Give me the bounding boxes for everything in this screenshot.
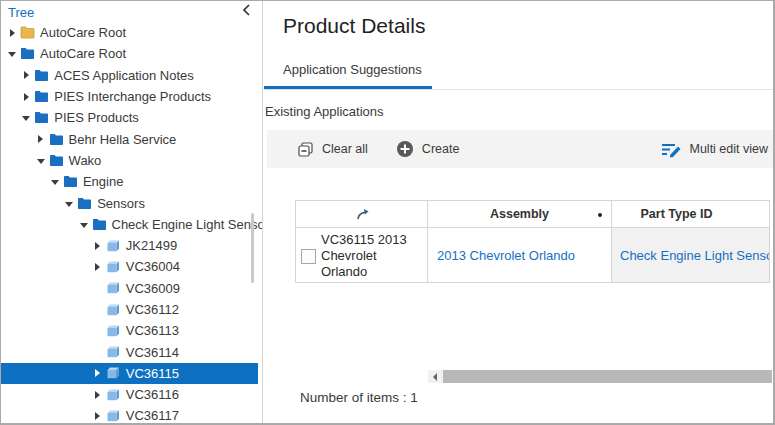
product-details-panel: Product Details Application Suggestions … bbox=[263, 0, 775, 425]
expander-icon[interactable] bbox=[20, 71, 32, 79]
tree-item[interactable]: Engine bbox=[0, 171, 258, 192]
expander-icon[interactable] bbox=[92, 412, 104, 420]
folder-icon bbox=[20, 47, 35, 60]
tree-item[interactable]: AutoCare Root bbox=[0, 22, 258, 43]
tree-item[interactable]: VC36009 bbox=[0, 278, 258, 299]
expander-icon[interactable] bbox=[6, 29, 18, 37]
tree-item-label: VC36009 bbox=[126, 281, 180, 296]
redo-arrow-icon bbox=[354, 207, 370, 222]
tree-item[interactable]: VC36004 bbox=[0, 256, 258, 277]
scroll-left-button[interactable] bbox=[428, 370, 442, 383]
create-label: Create bbox=[422, 142, 460, 156]
left-arrow-icon bbox=[433, 373, 437, 381]
section-title-existing-applications: Existing Applications bbox=[265, 104, 384, 119]
tree-item[interactable]: PIES Products bbox=[0, 107, 258, 128]
tree-item[interactable]: ACES Application Notes bbox=[0, 65, 258, 86]
tree-item[interactable]: Check Engine Light Sensor bbox=[0, 214, 258, 235]
folder-icon bbox=[92, 218, 107, 231]
chevron-left-icon bbox=[240, 3, 254, 17]
tree-item[interactable]: JK21499 bbox=[0, 235, 258, 256]
expander-icon[interactable] bbox=[92, 391, 104, 399]
multi-edit-view-button[interactable]: Multi edit view bbox=[661, 141, 769, 158]
expander-icon[interactable] bbox=[92, 263, 104, 271]
tree-item[interactable]: VC36113 bbox=[0, 320, 258, 341]
add-circle-icon bbox=[396, 140, 414, 158]
product-cube-icon bbox=[106, 409, 120, 423]
tree-item-label: Engine bbox=[83, 174, 123, 189]
folder-icon bbox=[77, 197, 92, 210]
column-marker-dot-icon bbox=[598, 213, 602, 217]
tree-item[interactable]: Wako bbox=[0, 150, 258, 171]
column-header-assembly[interactable]: Assembly bbox=[427, 200, 612, 228]
expander-icon[interactable] bbox=[20, 114, 32, 121]
folder-icon bbox=[20, 26, 35, 39]
tree-vertical-scrollbar[interactable] bbox=[251, 213, 254, 283]
tree-item-label: Behr Hella Service bbox=[69, 132, 177, 147]
create-button[interactable]: Create bbox=[396, 140, 460, 158]
scrollbar-thumb[interactable] bbox=[443, 370, 772, 383]
product-cube-icon bbox=[106, 281, 120, 295]
expander-icon[interactable] bbox=[49, 178, 61, 185]
expander-icon[interactable] bbox=[35, 157, 47, 164]
items-count-label: Number of items : 1 bbox=[300, 390, 418, 405]
clear-all-button[interactable]: Clear all bbox=[297, 141, 368, 158]
clear-all-label: Clear all bbox=[322, 142, 368, 156]
tree-item-label: Check Engine Light Sensor bbox=[112, 217, 264, 232]
expander-icon[interactable] bbox=[35, 135, 47, 143]
tree-item[interactable]: VC36117 bbox=[0, 405, 258, 425]
tree-item[interactable]: VC36116 bbox=[0, 384, 258, 405]
tree-item-label: VC36117 bbox=[126, 408, 179, 423]
expander-icon[interactable] bbox=[63, 200, 75, 207]
product-cube-icon bbox=[106, 260, 120, 274]
tree-item[interactable]: PIES Interchange Products bbox=[0, 86, 258, 107]
product-cube-icon bbox=[106, 366, 120, 380]
clear-all-icon bbox=[297, 141, 314, 158]
row-product-name: VC36115 2013 Chevrolet Orlando bbox=[321, 232, 425, 280]
folder-icon bbox=[63, 175, 78, 188]
multi-edit-label: Multi edit view bbox=[690, 142, 769, 156]
tree-item-label: Sensors bbox=[97, 196, 145, 211]
tab-application-suggestions[interactable]: Application Suggestions bbox=[283, 62, 422, 77]
tree-item[interactable]: VC36114 bbox=[0, 341, 258, 362]
column-header-actions[interactable] bbox=[295, 200, 428, 228]
folder-icon bbox=[34, 90, 49, 103]
product-cube-icon bbox=[106, 303, 120, 317]
tree-item[interactable]: Behr Hella Service bbox=[0, 128, 258, 149]
column-header-part-type-id[interactable]: Part Type ID bbox=[611, 200, 770, 228]
collapse-panel-button[interactable] bbox=[240, 3, 254, 17]
tree-item-label: VC36114 bbox=[126, 345, 179, 360]
table-row-name-cell: VC36115 2013 Chevrolet Orlando bbox=[295, 227, 428, 283]
tree-item-label: VC36116 bbox=[126, 387, 179, 402]
multi-edit-icon bbox=[661, 141, 682, 158]
expander-icon[interactable] bbox=[78, 221, 90, 228]
tree-item-label: VC36112 bbox=[126, 302, 179, 317]
expander-icon[interactable] bbox=[92, 242, 104, 250]
tree-item[interactable]: VC36112 bbox=[0, 299, 258, 320]
expander-icon[interactable] bbox=[20, 93, 32, 101]
product-cube-icon bbox=[106, 345, 120, 359]
expander-icon[interactable] bbox=[92, 369, 104, 377]
page-title: Product Details bbox=[283, 14, 425, 38]
tree-item[interactable]: Sensors bbox=[0, 192, 258, 213]
product-cube-icon bbox=[106, 324, 120, 338]
tree-list: AutoCare RootAutoCare RootACES Applicati… bbox=[0, 22, 262, 425]
row-checkbox[interactable] bbox=[301, 249, 316, 264]
tree-item[interactable]: AutoCare Root bbox=[0, 43, 258, 64]
folder-icon bbox=[49, 154, 64, 167]
expander-icon[interactable] bbox=[6, 50, 18, 57]
table-row-assembly-cell: 2013 Chevrolet Orlando bbox=[427, 227, 612, 283]
tree-item-label: PIES Products bbox=[54, 110, 139, 125]
part-type-id-header-label: Part Type ID bbox=[640, 207, 712, 221]
assembly-header-label: Assembly bbox=[490, 207, 549, 221]
tree-item-label: Wako bbox=[69, 153, 102, 168]
tree-item-label: PIES Interchange Products bbox=[54, 89, 211, 104]
tree-item-label: AutoCare Root bbox=[40, 25, 126, 40]
tree-item[interactable]: VC36115 bbox=[0, 363, 258, 384]
table-horizontal-scrollbar[interactable] bbox=[428, 370, 772, 383]
product-cube-icon bbox=[106, 239, 120, 253]
assembly-link[interactable]: 2013 Chevrolet Orlando bbox=[437, 248, 575, 263]
tree-item-label: VC36115 bbox=[126, 366, 179, 381]
app-window: Tree AutoCare RootAutoCare RootACES Appl… bbox=[0, 0, 775, 425]
part-type-id-link[interactable]: Check Engine Light Sensor bbox=[620, 248, 770, 263]
folder-icon bbox=[34, 111, 49, 124]
